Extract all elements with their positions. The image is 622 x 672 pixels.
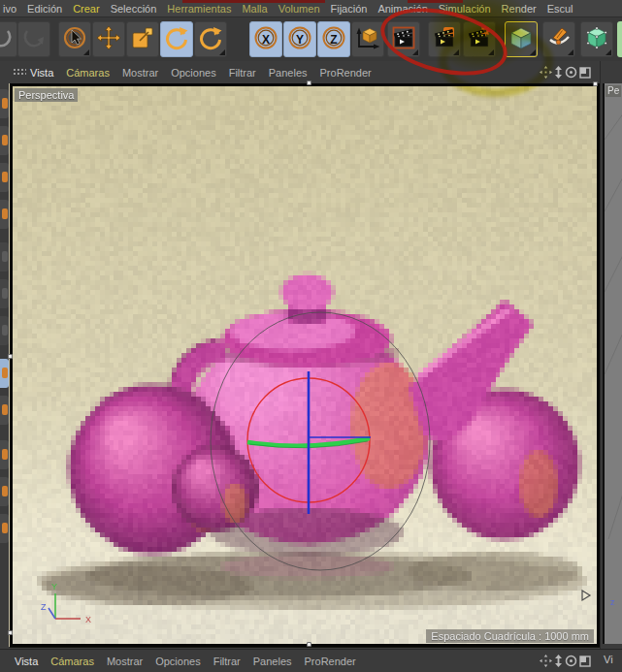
axis-z-label: Z [318, 22, 349, 56]
mode-button[interactable] [0, 126, 9, 155]
editable-cube-icon [584, 25, 609, 54]
viewport-menu-camaras[interactable]: Cámaras [50, 656, 94, 667]
splitter-handle[interactable] [307, 80, 311, 85]
viewport-menu-paneles[interactable]: Paneles [269, 67, 308, 79]
splitter-handle[interactable] [8, 630, 13, 635]
redo-button[interactable] [17, 21, 50, 57]
rotate-tool-button[interactable] [160, 21, 193, 57]
maximize-view-icon[interactable] [579, 656, 591, 669]
viewport-menu-mostrar[interactable]: Mostrar [122, 67, 158, 79]
right-panel-menu-vista-partial[interactable]: Vi [604, 654, 613, 665]
grid-spacing-status: Espaciado Cuadrícula : 1000 mm [426, 629, 594, 643]
menu-render[interactable]: Render [502, 3, 537, 15]
mode-button[interactable] [0, 242, 9, 272]
viewport-menubar-bottom: Vista Cámaras Mostrar Opciones Filtrar P… [0, 649, 622, 672]
mode-button[interactable] [0, 163, 9, 192]
wireframe-lines [605, 83, 622, 644]
rotate-view-icon[interactable] [565, 655, 577, 669]
viewport-menu-paneles[interactable]: Paneles [253, 656, 292, 667]
splitter-handle[interactable] [593, 81, 598, 86]
mode-button[interactable] [0, 279, 9, 308]
mode-button[interactable] [0, 440, 9, 469]
app-menubar: ivo Edición Crear Selección Herramientas… [0, 0, 622, 16]
viewport-menu-opciones[interactable]: Opciones [171, 67, 215, 79]
pan-view-icon[interactable] [540, 655, 552, 669]
mode-button[interactable] [0, 200, 9, 229]
menu-volumen[interactable]: Volumen [278, 3, 320, 15]
recent-tool-button[interactable] [194, 21, 227, 57]
viewport-menu-camaras[interactable]: Cámaras [66, 67, 110, 79]
viewport-menu-prorender[interactable]: ProRender [320, 67, 372, 79]
rotate-view-icon[interactable] [565, 66, 577, 80]
viewport-menu-vista[interactable]: Vista [30, 67, 53, 79]
pen-spline-button[interactable] [542, 21, 575, 57]
axis-lock-z-button[interactable]: Z [317, 21, 350, 57]
scale-icon [130, 25, 155, 54]
undo-button[interactable] [0, 21, 17, 57]
axis-lock-y-button[interactable]: Y [283, 21, 316, 57]
cube-icon [508, 25, 534, 54]
viewport-menu-opciones[interactable]: Opciones [155, 656, 200, 667]
axis-y-label: Y [51, 582, 57, 592]
recent-rotate-icon [198, 25, 223, 54]
viewport-menu-prorender[interactable]: ProRender [305, 656, 356, 667]
axis-x-label: X [85, 615, 91, 624]
menu-animacion[interactable]: Animación [377, 3, 427, 15]
menu-seleccion[interactable]: Selección [111, 3, 157, 15]
menu-malla[interactable]: Malla [242, 3, 267, 15]
splitter-handle[interactable] [307, 642, 311, 647]
axis-y-label: Y [284, 22, 315, 56]
axis-lock-x-button[interactable]: X [249, 21, 282, 57]
pen-icon [546, 25, 572, 54]
menu-simulacion[interactable]: Simulación [439, 3, 491, 15]
right-viewport-panel: Pe z [600, 61, 622, 649]
render-settings-button[interactable] [463, 21, 496, 57]
mode-button[interactable] [0, 316, 9, 345]
menu-esculpir-partial[interactable]: Escul [547, 3, 573, 15]
viewport-menu-mostrar[interactable]: Mostrar [107, 656, 143, 667]
mode-button[interactable] [0, 477, 9, 506]
left-mode-toolbar [0, 83, 10, 647]
menu-archivo-partial[interactable]: ivo [3, 3, 16, 15]
perspective-viewport[interactable]: Y X Z Perspectiva Espaciado Cuadrícula :… [13, 86, 597, 644]
menu-crear[interactable]: Crear [73, 3, 100, 15]
axis-z-label: Z [41, 602, 47, 612]
make-editable-button[interactable] [580, 21, 613, 57]
coordinate-system-button[interactable] [351, 21, 384, 57]
viewport-menu-filtrar[interactable]: Filtrar [229, 67, 256, 79]
redo-icon [21, 25, 47, 54]
live-selection-button[interactable] [58, 21, 91, 57]
render-view-icon [431, 24, 458, 55]
menu-herramientas[interactable]: Herramientas [167, 3, 231, 15]
zoom-view-icon[interactable] [554, 66, 563, 80]
move-icon [96, 25, 121, 54]
render-to-picture-viewer-button[interactable] [387, 21, 420, 57]
panel-expander-arrow[interactable] [580, 589, 592, 602]
move-tool-button[interactable] [92, 21, 125, 57]
add-cube-button[interactable] [505, 21, 538, 57]
viewport-menu-filtrar[interactable]: Filtrar [213, 656, 241, 667]
axis-x-label: X [250, 22, 281, 56]
render-picture-viewer-icon [390, 24, 417, 55]
right-viewport[interactable]: Pe z [603, 83, 622, 644]
drag-grip-icon[interactable] [13, 68, 26, 77]
camera-view-label[interactable]: Perspectiva [15, 88, 78, 102]
coordinate-system-icon [355, 25, 380, 54]
render-active-view-button[interactable] [428, 21, 461, 57]
transform-gizmo[interactable] [13, 86, 597, 644]
mode-button[interactable] [0, 396, 9, 425]
menu-edicion[interactable]: Edición [27, 3, 62, 15]
gizmo-outer-circle[interactable] [211, 312, 430, 570]
mode-button[interactable] [0, 89, 9, 118]
live-selection-icon [62, 25, 87, 54]
menu-fijacion[interactable]: Fijación [331, 3, 368, 15]
splitter-handle[interactable] [8, 354, 13, 359]
mode-button[interactable] [0, 514, 9, 543]
main-toolbar: X Y Z [0, 16, 622, 61]
mode-button[interactable] [0, 359, 9, 388]
pan-view-icon[interactable] [540, 66, 552, 80]
viewport-menu-vista[interactable]: Vista [15, 656, 38, 667]
scale-tool-button[interactable] [126, 21, 159, 57]
maximize-view-icon[interactable] [579, 67, 591, 80]
zoom-view-icon[interactable] [554, 655, 563, 669]
